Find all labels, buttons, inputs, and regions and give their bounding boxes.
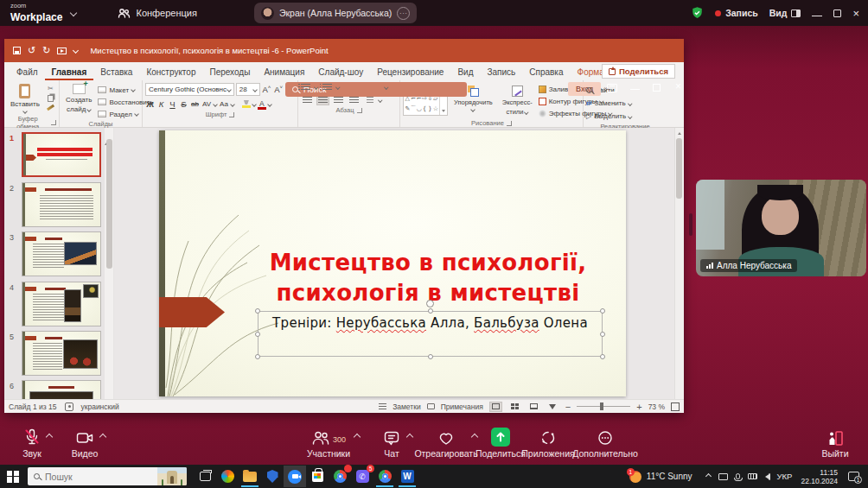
dialog-launcher-icon[interactable] <box>51 120 56 125</box>
dialog-launcher-icon[interactable] <box>357 108 362 113</box>
ppt-restore-button[interactable] <box>653 84 661 92</box>
webcam-video[interactable]: Алла Нерубасська <box>696 180 866 276</box>
zoom-slider[interactable] <box>577 406 630 408</box>
security-shield-icon[interactable] <box>691 6 704 20</box>
sign-in-button[interactable]: Вход <box>568 82 601 96</box>
customize-qat-icon[interactable] <box>73 48 79 54</box>
more-button[interactable]: Дополнительно <box>564 425 647 465</box>
dialog-launcher-icon[interactable] <box>507 121 512 126</box>
resize-handle[interactable] <box>255 332 260 337</box>
slide-thumbnail-5[interactable]: 5 <box>4 331 114 376</box>
speaker-tray-icon[interactable] <box>765 473 770 480</box>
resize-handle[interactable] <box>600 332 605 337</box>
canvas-scrollbar[interactable] <box>674 128 684 399</box>
quick-styles-button[interactable]: Экспресс- стили <box>499 83 536 118</box>
ppt-minimize-button[interactable] <box>630 89 640 90</box>
highlight-color-icon[interactable] <box>242 100 251 108</box>
numbering-icon[interactable] <box>322 84 332 91</box>
select-button[interactable]: ▷Выделить <box>586 111 664 122</box>
increase-font-icon[interactable]: А˄ <box>262 84 272 95</box>
subtitle-textbox-selection[interactable]: Треніри: Нерубасська Алла, Бальбуза Олен… <box>258 311 603 357</box>
tab-screen-share[interactable]: Экран (Алла Нерубасська) ··· <box>254 3 417 23</box>
strikethrough-button[interactable]: S <box>179 98 188 110</box>
close-button[interactable]: × <box>852 8 859 19</box>
change-case-button[interactable]: Aa <box>219 98 229 110</box>
leave-button[interactable]: Выйти <box>813 425 858 465</box>
maximize-button[interactable] <box>833 10 841 17</box>
tray-expand-chevron[interactable] <box>705 473 712 479</box>
redo-icon[interactable]: ↻ <box>42 46 50 55</box>
format-painter-icon[interactable] <box>46 104 55 111</box>
slide-thumbnail-1[interactable]: 1 <box>4 132 114 177</box>
taskbar-clock[interactable]: 11:15 22.10.2024 <box>801 468 838 485</box>
slide-canvas[interactable]: Мистецтво в психології, психологія в мис… <box>159 130 626 396</box>
start-button[interactable] <box>7 471 19 483</box>
undo-icon[interactable]: ↺ <box>28 46 35 55</box>
audio-button[interactable]: Звук <box>12 425 52 465</box>
task-view-button[interactable] <box>194 466 216 487</box>
slide-thumbnail-3[interactable]: 3 <box>4 231 114 276</box>
zoom-slider-knob[interactable] <box>600 402 603 410</box>
weather-widget[interactable]: 1 11°C Sunny <box>629 471 692 483</box>
slide-thumbnail-4[interactable]: 4 <box>4 282 114 326</box>
zoom-out-button[interactable]: − <box>565 402 571 412</box>
file-explorer-icon[interactable] <box>239 466 261 487</box>
resize-handle[interactable] <box>255 308 260 314</box>
bullets-icon[interactable] <box>301 84 310 91</box>
ppt-share-button[interactable]: Поделиться <box>602 64 675 79</box>
tab-slideshow[interactable]: Слайд-шоу <box>311 65 370 80</box>
video-panel-handle[interactable] <box>689 213 692 236</box>
chrome-icon[interactable] <box>329 466 351 487</box>
rotate-handle[interactable] <box>426 300 434 307</box>
bold-button[interactable]: Ж <box>145 98 155 110</box>
fit-to-window-icon[interactable] <box>671 402 680 411</box>
recording-indicator[interactable]: Запись <box>715 8 758 18</box>
slide-thumbnail-2[interactable]: 2 <box>4 182 114 227</box>
tab-view[interactable]: Вид <box>450 65 480 80</box>
font-color-icon[interactable]: А <box>258 100 266 109</box>
paste-button[interactable]: Вставить <box>7 83 43 114</box>
language-switcher[interactable]: УКР <box>777 472 793 481</box>
double-strike-button[interactable]: ab <box>190 98 200 110</box>
mic-tray-icon[interactable] <box>736 473 740 479</box>
tab-insert[interactable]: Вставка <box>93 65 139 80</box>
view-button[interactable]: Вид <box>769 8 801 18</box>
notification-center-icon[interactable]: 1 <box>848 472 859 481</box>
search-input[interactable] <box>45 472 131 482</box>
viber-icon[interactable]: ✆5 <box>351 466 373 487</box>
comments-button[interactable]: Примечания <box>441 402 483 411</box>
character-spacing-button[interactable]: AV <box>201 98 212 110</box>
ribbon-display-options-icon[interactable] <box>607 84 617 92</box>
cut-icon[interactable]: ✂ <box>46 85 55 92</box>
reading-view-button[interactable] <box>527 402 540 412</box>
chrome-icon-2[interactable] <box>373 466 396 487</box>
video-button[interactable]: Видео <box>62 425 107 465</box>
participants-options-chevron[interactable] <box>354 434 361 440</box>
microsoft-store-icon[interactable] <box>306 466 329 487</box>
tab-file[interactable]: Файл <box>10 65 45 80</box>
tab-transitions[interactable]: Переходы <box>202 65 257 80</box>
audio-options-chevron[interactable] <box>46 434 53 440</box>
zoom-app-icon[interactable] <box>284 466 306 487</box>
tab-review[interactable]: Рецензирование <box>370 65 450 80</box>
resize-handle[interactable] <box>428 354 433 359</box>
tab-home[interactable]: Главная <box>45 65 94 80</box>
slide-thumbnail-6[interactable]: 6 <box>4 380 114 399</box>
resize-handle[interactable] <box>255 354 260 359</box>
copilot-icon[interactable] <box>216 466 239 487</box>
ppt-search-box[interactable]: Поиск <box>285 82 467 97</box>
tab-conference[interactable]: Конференция <box>118 8 196 19</box>
save-icon[interactable] <box>13 47 21 54</box>
minimize-button[interactable] <box>812 16 822 16</box>
underline-button[interactable]: Ч <box>168 98 177 110</box>
search-highlight-image[interactable] <box>157 467 187 485</box>
notes-button[interactable]: Заметки <box>393 402 421 411</box>
tab-help[interactable]: Справка <box>522 65 570 80</box>
tab-more-icon[interactable]: ··· <box>397 7 410 20</box>
antivirus-shield-icon[interactable] <box>261 466 284 487</box>
keyboard-tray-icon[interactable] <box>748 473 757 479</box>
word-icon[interactable]: W <box>396 466 418 487</box>
replace-button[interactable]: ⇄Заменить <box>586 98 664 109</box>
italic-button[interactable]: К <box>156 98 166 110</box>
zoom-in-button[interactable]: + <box>636 402 641 412</box>
